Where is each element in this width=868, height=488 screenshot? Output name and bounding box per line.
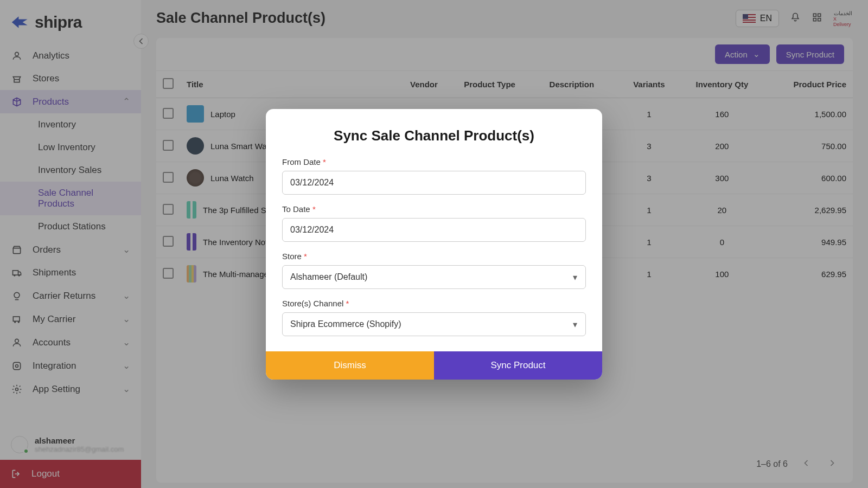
channel-select[interactable]: Shipra Ecommerce (Shopify) <box>282 312 586 336</box>
store-select[interactable]: Alshameer (Default) <box>282 265 586 289</box>
from-date-label: From Date * <box>282 157 586 166</box>
from-date-input[interactable] <box>282 171 586 195</box>
channel-label: Store(s) Channel * <box>282 299 586 308</box>
dismiss-button[interactable]: Dismiss <box>266 351 434 380</box>
modal-sync-button[interactable]: Sync Product <box>434 351 602 380</box>
modal-overlay[interactable]: Sync Sale Channel Product(s) From Date *… <box>0 0 868 488</box>
to-date-input[interactable] <box>282 218 586 242</box>
sync-modal: Sync Sale Channel Product(s) From Date *… <box>266 109 602 380</box>
to-date-label: To Date * <box>282 204 586 214</box>
store-label: Store * <box>282 252 586 261</box>
modal-title: Sync Sale Channel Product(s) <box>282 120 586 157</box>
